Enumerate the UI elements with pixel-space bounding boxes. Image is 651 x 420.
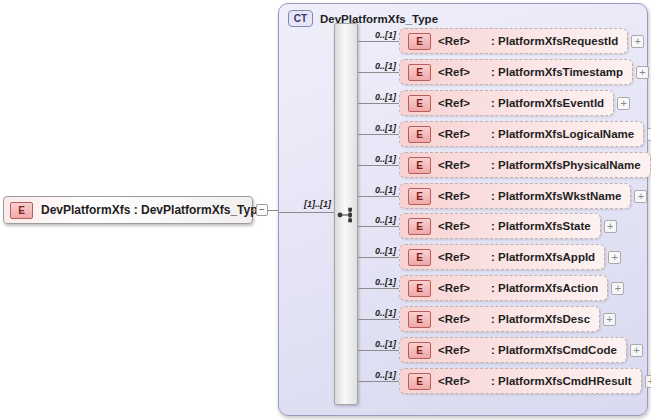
- root-element-devplatformxfs[interactable]: E DevPlatformXfs : DevPlatformXfs_Type: [3, 196, 253, 224]
- element-badge: E: [408, 157, 431, 174]
- element-name: : PlatformXfsAppId: [491, 251, 595, 263]
- ref-label: <Ref>: [438, 128, 484, 140]
- element-name: : PlatformXfsTimestamp: [491, 66, 623, 78]
- occurrence-label: 0..[1]: [358, 308, 396, 318]
- element-badge: E: [408, 126, 431, 143]
- ref-label: <Ref>: [438, 220, 484, 232]
- occurrence-label: 0..[1]: [358, 246, 396, 256]
- element-badge: E: [408, 64, 431, 81]
- element-name: : PlatformXfsPhysicalName: [491, 159, 641, 171]
- ref-label: <Ref>: [438, 66, 484, 78]
- element-ref-box[interactable]: E <Ref> : PlatformXfsDesc: [399, 306, 600, 332]
- complex-type-container: CT DevPlatformXfs_Type [1]..[1] 0..[1] E…: [278, 3, 648, 416]
- expand-icon[interactable]: +: [634, 190, 647, 203]
- ref-label: <Ref>: [438, 251, 484, 263]
- complex-type-badge: CT: [288, 10, 313, 27]
- element-name: : PlatformXfsState: [491, 220, 591, 232]
- element-ref-box[interactable]: E <Ref> : PlatformXfsCmdHResult: [399, 368, 642, 394]
- child-element-row: 0..[1] E <Ref> : PlatformXfsRequestId +: [358, 28, 644, 54]
- expand-icon[interactable]: +: [631, 35, 644, 48]
- ref-label: <Ref>: [438, 35, 484, 47]
- connector-line: [358, 165, 399, 166]
- element-ref-box[interactable]: E <Ref> : PlatformXfsAction: [399, 275, 608, 301]
- connector-line: [358, 41, 399, 42]
- element-ref-box[interactable]: E <Ref> : PlatformXfsRequestId: [399, 28, 628, 54]
- connector-line: [358, 72, 399, 73]
- expand-icon[interactable]: +: [647, 128, 651, 141]
- occurrence-label: 0..[1]: [358, 370, 396, 380]
- child-element-row: 0..[1] E <Ref> : PlatformXfsLogicalName …: [358, 121, 651, 147]
- occurrence-label: 0..[1]: [358, 215, 396, 225]
- element-badge: E: [408, 218, 431, 235]
- child-element-row: 0..[1] E <Ref> : PlatformXfsTimestamp +: [358, 59, 649, 85]
- connector-line: [358, 319, 399, 320]
- connector-line: [268, 210, 278, 211]
- sequence-occurrence-label: [1]..[1]: [279, 199, 331, 209]
- child-element-row: 0..[1] E <Ref> : PlatformXfsCmdCode +: [358, 337, 643, 363]
- element-name: : PlatformXfsCmdCode: [491, 344, 617, 356]
- element-ref-box[interactable]: E <Ref> : PlatformXfsEventId: [399, 90, 614, 116]
- element-badge: E: [408, 342, 431, 359]
- expand-icon[interactable]: +: [636, 66, 649, 79]
- child-element-row: 0..[1] E <Ref> : PlatformXfsAction +: [358, 275, 624, 301]
- child-element-row: 0..[1] E <Ref> : PlatformXfsDesc +: [358, 306, 616, 332]
- element-badge: E: [408, 249, 431, 266]
- root-element-label: DevPlatformXfs : DevPlatformXfs_Type: [41, 203, 264, 217]
- element-name: : PlatformXfsEventId: [491, 97, 604, 109]
- element-badge: E: [408, 95, 431, 112]
- element-name: : PlatformXfsRequestId: [491, 35, 618, 47]
- element-name: : PlatformXfsAction: [491, 282, 598, 294]
- expand-icon[interactable]: +: [604, 220, 617, 233]
- element-name: : PlatformXfsDesc: [491, 313, 590, 325]
- connector-line: [358, 350, 399, 351]
- connector-line: [358, 134, 399, 135]
- expand-icon[interactable]: +: [611, 282, 624, 295]
- ref-label: <Ref>: [438, 282, 484, 294]
- connector-line: [358, 381, 399, 382]
- child-element-row: 0..[1] E <Ref> : PlatformXfsCmdHResult +: [358, 368, 651, 394]
- ref-label: <Ref>: [438, 159, 484, 171]
- complex-type-header: CT DevPlatformXfs_Type: [288, 10, 438, 27]
- occurrence-label: 0..[1]: [358, 92, 396, 102]
- connector-line: [358, 257, 399, 258]
- ref-label: <Ref>: [438, 344, 484, 356]
- element-name: : PlatformXfsCmdHResult: [491, 375, 632, 387]
- element-badge: E: [10, 202, 33, 219]
- element-ref-box[interactable]: E <Ref> : PlatformXfsAppId: [399, 244, 605, 270]
- element-badge: E: [408, 373, 431, 390]
- ref-label: <Ref>: [438, 313, 484, 325]
- expand-icon[interactable]: +: [603, 313, 616, 326]
- occurrence-label: 0..[1]: [358, 185, 396, 195]
- expand-icon[interactable]: +: [608, 251, 621, 264]
- ref-label: <Ref>: [438, 97, 484, 109]
- child-element-row: 0..[1] E <Ref> : PlatformXfsWkstName +: [358, 183, 647, 209]
- element-name: : PlatformXfsWkstName: [491, 190, 621, 202]
- expand-icon[interactable]: +: [630, 344, 643, 357]
- ref-label: <Ref>: [438, 190, 484, 202]
- element-ref-box[interactable]: E <Ref> : PlatformXfsState: [399, 213, 601, 239]
- connector-line: [358, 196, 399, 197]
- element-name: : PlatformXfsLogicalName: [491, 128, 634, 140]
- element-ref-box[interactable]: E <Ref> : PlatformXfsTimestamp: [399, 59, 633, 85]
- ref-label: <Ref>: [438, 375, 484, 387]
- expand-icon[interactable]: +: [617, 97, 630, 110]
- child-element-row: 0..[1] E <Ref> : PlatformXfsAppId +: [358, 244, 621, 270]
- connector-line: [358, 226, 399, 227]
- element-ref-box[interactable]: E <Ref> : PlatformXfsWkstName: [399, 183, 631, 209]
- child-element-row: 0..[1] E <Ref> : PlatformXfsState +: [358, 213, 617, 239]
- occurrence-label: 0..[1]: [358, 154, 396, 164]
- element-ref-box[interactable]: E <Ref> : PlatformXfsCmdCode: [399, 337, 627, 363]
- connector-line: [279, 212, 334, 213]
- occurrence-label: 0..[1]: [358, 339, 396, 349]
- occurrence-label: 0..[1]: [358, 61, 396, 71]
- occurrence-label: 0..[1]: [358, 30, 396, 40]
- element-ref-box[interactable]: E <Ref> : PlatformXfsLogicalName: [399, 121, 644, 147]
- element-badge: E: [408, 280, 431, 297]
- element-badge: E: [408, 311, 431, 328]
- occurrence-label: 0..[1]: [358, 277, 396, 287]
- sequence-icon: [336, 206, 358, 224]
- child-element-row: 0..[1] E <Ref> : PlatformXfsPhysicalName…: [358, 152, 651, 178]
- element-ref-box[interactable]: E <Ref> : PlatformXfsPhysicalName: [399, 152, 651, 178]
- collapse-toggle[interactable]: −: [256, 204, 268, 216]
- expand-icon[interactable]: +: [645, 375, 651, 388]
